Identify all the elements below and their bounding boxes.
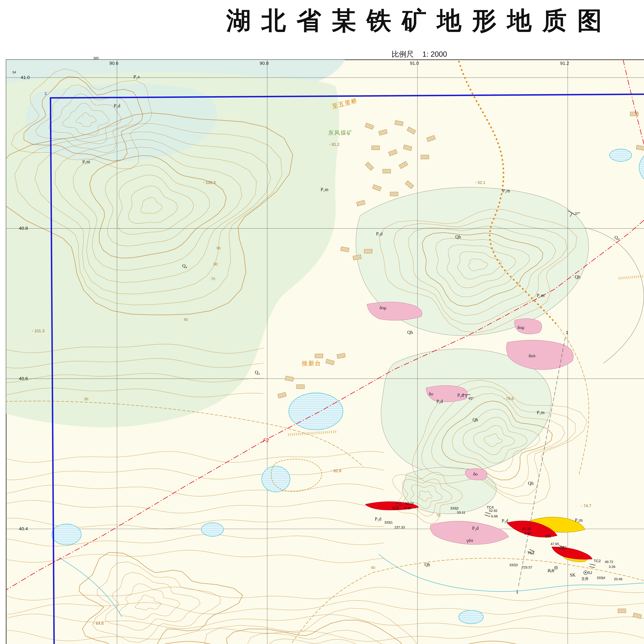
pond [289, 393, 343, 430]
building [315, 354, 323, 358]
pond [201, 523, 223, 536]
building [618, 609, 626, 613]
pond [610, 149, 632, 161]
map-sheet: 湖北省某铁矿地形地质图 比例尺1: 2000 [0, 0, 644, 644]
pond [262, 466, 290, 492]
building [630, 112, 638, 116]
pond [52, 524, 81, 545]
building [390, 192, 398, 196]
pond [459, 610, 483, 624]
building [383, 169, 391, 173]
building [372, 146, 380, 150]
map-svg [0, 0, 644, 644]
building [296, 385, 304, 389]
building [421, 155, 429, 159]
building [364, 249, 372, 253]
